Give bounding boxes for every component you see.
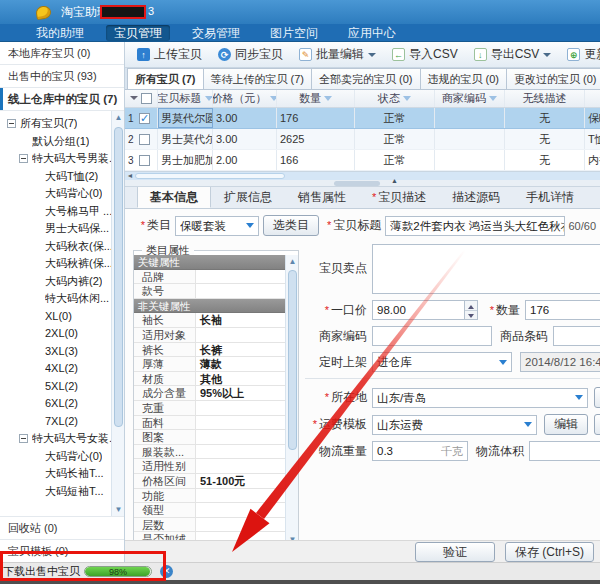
- scroll-up-icon[interactable]: ▲: [286, 255, 299, 268]
- tab-violation[interactable]: 违规的宝贝 (0): [420, 68, 508, 89]
- property-row[interactable]: 面料: [134, 416, 285, 431]
- refresh-shipping-button[interactable]: 刷新: [594, 414, 600, 435]
- property-row[interactable]: 材质其他: [134, 372, 285, 387]
- tree-item[interactable]: 大码背心(0): [0, 448, 124, 466]
- barcode-input[interactable]: [553, 326, 600, 346]
- tree-item-womens-plus[interactable]: 特大码大号女装...: [0, 430, 124, 448]
- property-row[interactable]: 是否加绒: [134, 532, 285, 540]
- schedule-datetime-input[interactable]: 2014/8/12 16:48:46: [520, 352, 600, 372]
- tree-item[interactable]: 男士大码保...: [0, 220, 124, 238]
- property-row[interactable]: 款号: [134, 284, 285, 299]
- price-input[interactable]: 98.00: [372, 300, 478, 320]
- logistics-weight-input[interactable]: 0.3千克: [372, 441, 468, 461]
- property-row[interactable]: 成分含量95%以上: [134, 386, 285, 401]
- property-row[interactable]: 领型: [134, 503, 285, 518]
- row-checkbox[interactable]: [139, 113, 150, 124]
- tab-mobile-detail[interactable]: 手机详情: [513, 186, 587, 208]
- property-row[interactable]: 层数: [134, 518, 285, 533]
- location-select[interactable]: 山东/青岛: [372, 388, 588, 408]
- category-select[interactable]: 保暖套装: [175, 216, 259, 236]
- filter-icon[interactable]: [205, 96, 213, 105]
- edit-shipping-button[interactable]: 编辑: [544, 414, 588, 435]
- tree-item[interactable]: 大码背心(0): [0, 185, 124, 203]
- menu-app-center[interactable]: 应用中心: [340, 25, 404, 41]
- tree-item[interactable]: 5XL(2): [0, 378, 124, 396]
- filter-icon[interactable]: [403, 96, 411, 105]
- scroll-up-icon[interactable]: ▲: [112, 111, 124, 124]
- filter-icon[interactable]: [324, 96, 332, 105]
- tree-item-default-group[interactable]: 默认分组(1): [0, 133, 124, 151]
- sidebar-scrollbar[interactable]: ▲ ▼: [111, 111, 124, 516]
- menu-my-assistant[interactable]: 我的助理: [28, 25, 92, 41]
- column-options-icon[interactable]: [130, 96, 138, 104]
- property-row[interactable]: 品牌: [134, 270, 285, 285]
- item-title-input[interactable]: 薄款2件套内衣 鸿运当头大红色秋衣秋裤套装两套包邮: [385, 216, 565, 236]
- property-row[interactable]: 图案: [134, 430, 285, 445]
- tab-item-description[interactable]: *宝贝描述: [359, 186, 439, 208]
- sidebar-online-warehouse[interactable]: 线上仓库中的宝贝 (7): [0, 88, 124, 111]
- tree-item[interactable]: 特大码休闲...: [0, 290, 124, 308]
- update-category-button[interactable]: ⊕更新类目: [561, 44, 600, 65]
- sidebar-item-templates[interactable]: 宝贝模板 (0): [0, 539, 124, 562]
- sidebar-on-sale[interactable]: 出售中的宝贝 (93): [0, 65, 124, 88]
- tab-extended-info[interactable]: 扩展信息: [211, 186, 285, 208]
- row-checkbox[interactable]: [139, 155, 150, 166]
- tree-item[interactable]: 大码短袖T...: [0, 483, 124, 501]
- filter-icon[interactable]: [270, 96, 278, 105]
- scroll-down-icon[interactable]: ▼: [286, 533, 299, 540]
- choose-category-button[interactable]: 选类目: [263, 215, 319, 236]
- property-row[interactable]: 克重: [134, 401, 285, 416]
- property-row[interactable]: 价格区间51-100元: [134, 474, 285, 489]
- property-row[interactable]: 服装款...: [134, 445, 285, 460]
- scrollbar-thumb[interactable]: [114, 127, 123, 427]
- scroll-down-icon[interactable]: ▼: [112, 503, 124, 516]
- tree-item[interactable]: 大号棉马甲 ...: [0, 203, 124, 221]
- tab-sales-attributes[interactable]: 销售属性: [285, 186, 359, 208]
- splitter-grip[interactable]: [334, 181, 380, 186]
- scrollbar-thumb[interactable]: [288, 270, 297, 450]
- logistics-volume-input[interactable]: 立方米: [529, 441, 600, 461]
- save-button[interactable]: 保存 (Ctrl+S): [505, 542, 594, 562]
- property-row[interactable]: 功能: [134, 489, 285, 504]
- collapse-up-icon[interactable]: ▲: [391, 177, 398, 184]
- menu-image-space[interactable]: 图片空间: [262, 25, 326, 41]
- scroll-left-icon[interactable]: ◄: [125, 172, 135, 180]
- import-csv-button[interactable]: ←导入CSV: [386, 44, 464, 65]
- property-row[interactable]: 适用对象: [134, 328, 285, 343]
- tree-item[interactable]: 3XL(3): [0, 343, 124, 361]
- property-row[interactable]: 适用性别: [134, 459, 285, 474]
- tree-item[interactable]: 6XL(2): [0, 395, 124, 413]
- tree-item[interactable]: 大码秋裤(保...: [0, 255, 124, 273]
- property-row[interactable]: 裤长长裤: [134, 343, 285, 358]
- collapse-icon[interactable]: [7, 119, 16, 128]
- sidebar-local-inventory[interactable]: 本地库存宝贝 (0): [0, 42, 124, 65]
- tree-item[interactable]: 大码长袖T...: [0, 465, 124, 483]
- export-csv-button[interactable]: ↓导出CSV: [468, 44, 558, 65]
- price-stepper[interactable]: [464, 301, 477, 319]
- shipping-template-select[interactable]: 山东运费: [372, 415, 537, 435]
- table-row[interactable]: 3 男士加肥加... 2.00 166 正常 无 内裤: [125, 150, 600, 171]
- select-all-checkbox[interactable]: [141, 93, 152, 104]
- tree-item[interactable]: 大码秋衣(保...: [0, 238, 124, 256]
- tab-modified[interactable]: 更改过的宝贝 (0): [506, 68, 600, 89]
- tree-item[interactable]: XL(0): [0, 308, 124, 326]
- tab-basic-info[interactable]: 基本信息: [137, 186, 211, 208]
- property-row[interactable]: 袖长长袖: [134, 313, 285, 328]
- tree-item[interactable]: 7XL(2): [0, 413, 124, 431]
- quantity-input[interactable]: 176: [525, 300, 600, 320]
- collapse-icon[interactable]: [19, 434, 28, 443]
- menu-item-management[interactable]: 宝贝管理: [106, 25, 170, 41]
- collapse-icon[interactable]: [19, 154, 28, 163]
- tree-item[interactable]: 大码内裤(2): [0, 273, 124, 291]
- properties-scrollbar[interactable]: ▲ ▼: [285, 255, 298, 540]
- table-horizontal-scrollbar[interactable]: ◄: [125, 172, 600, 180]
- upload-item-button[interactable]: ↑上传宝贝: [131, 44, 208, 65]
- selling-point-textarea[interactable]: [372, 244, 600, 294]
- tree-item[interactable]: 4XL(2): [0, 360, 124, 378]
- panel-splitter[interactable]: ▲: [125, 180, 600, 187]
- filter-icon[interactable]: [489, 96, 497, 105]
- tree-item[interactable]: 大码T恤(2): [0, 168, 124, 186]
- close-icon[interactable]: ✕: [160, 565, 173, 578]
- schedule-select[interactable]: 进仓库: [372, 352, 512, 372]
- table-row[interactable]: 1 男莫代尔圆... 3.00 176 正常 无 保暖: [125, 108, 600, 129]
